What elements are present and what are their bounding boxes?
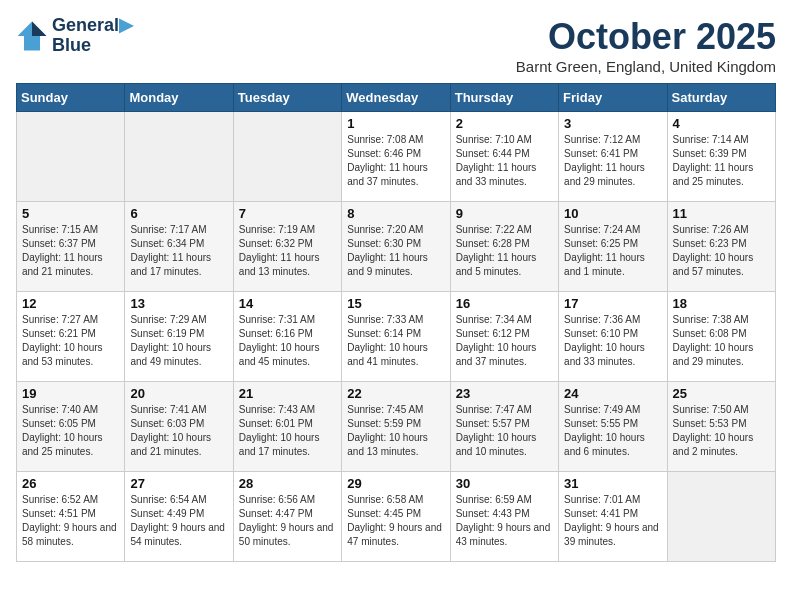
logo: General▶ Blue (16, 16, 133, 56)
day-info: Sunrise: 7:43 AM Sunset: 6:01 PM Dayligh… (239, 403, 336, 459)
calendar-cell: 10Sunrise: 7:24 AM Sunset: 6:25 PM Dayli… (559, 202, 667, 292)
day-of-week-header: Tuesday (233, 84, 341, 112)
calendar-week-row: 12Sunrise: 7:27 AM Sunset: 6:21 PM Dayli… (17, 292, 776, 382)
day-of-week-header: Friday (559, 84, 667, 112)
calendar-cell (667, 472, 775, 562)
calendar-cell: 16Sunrise: 7:34 AM Sunset: 6:12 PM Dayli… (450, 292, 558, 382)
page-header: General▶ Blue October 2025 Barnt Green, … (16, 16, 776, 75)
day-info: Sunrise: 7:33 AM Sunset: 6:14 PM Dayligh… (347, 313, 444, 369)
day-number: 19 (22, 386, 119, 401)
calendar-cell (125, 112, 233, 202)
calendar-week-row: 1Sunrise: 7:08 AM Sunset: 6:46 PM Daylig… (17, 112, 776, 202)
day-info: Sunrise: 7:29 AM Sunset: 6:19 PM Dayligh… (130, 313, 227, 369)
day-of-week-header: Monday (125, 84, 233, 112)
day-info: Sunrise: 7:31 AM Sunset: 6:16 PM Dayligh… (239, 313, 336, 369)
day-info: Sunrise: 6:58 AM Sunset: 4:45 PM Dayligh… (347, 493, 444, 549)
calendar-cell: 3Sunrise: 7:12 AM Sunset: 6:41 PM Daylig… (559, 112, 667, 202)
day-info: Sunrise: 7:38 AM Sunset: 6:08 PM Dayligh… (673, 313, 770, 369)
day-number: 31 (564, 476, 661, 491)
day-info: Sunrise: 7:27 AM Sunset: 6:21 PM Dayligh… (22, 313, 119, 369)
day-info: Sunrise: 7:15 AM Sunset: 6:37 PM Dayligh… (22, 223, 119, 279)
day-info: Sunrise: 6:59 AM Sunset: 4:43 PM Dayligh… (456, 493, 553, 549)
calendar-cell: 30Sunrise: 6:59 AM Sunset: 4:43 PM Dayli… (450, 472, 558, 562)
day-of-week-header: Thursday (450, 84, 558, 112)
calendar-cell: 29Sunrise: 6:58 AM Sunset: 4:45 PM Dayli… (342, 472, 450, 562)
day-info: Sunrise: 7:34 AM Sunset: 6:12 PM Dayligh… (456, 313, 553, 369)
day-number: 20 (130, 386, 227, 401)
day-number: 22 (347, 386, 444, 401)
day-number: 14 (239, 296, 336, 311)
calendar-cell: 1Sunrise: 7:08 AM Sunset: 6:46 PM Daylig… (342, 112, 450, 202)
day-info: Sunrise: 7:08 AM Sunset: 6:46 PM Dayligh… (347, 133, 444, 189)
calendar-cell: 27Sunrise: 6:54 AM Sunset: 4:49 PM Dayli… (125, 472, 233, 562)
day-number: 28 (239, 476, 336, 491)
day-number: 18 (673, 296, 770, 311)
location-subtitle: Barnt Green, England, United Kingdom (516, 58, 776, 75)
calendar-cell: 22Sunrise: 7:45 AM Sunset: 5:59 PM Dayli… (342, 382, 450, 472)
day-info: Sunrise: 7:50 AM Sunset: 5:53 PM Dayligh… (673, 403, 770, 459)
calendar-cell: 2Sunrise: 7:10 AM Sunset: 6:44 PM Daylig… (450, 112, 558, 202)
day-number: 10 (564, 206, 661, 221)
logo-icon (16, 20, 48, 52)
day-info: Sunrise: 6:54 AM Sunset: 4:49 PM Dayligh… (130, 493, 227, 549)
logo-text: General▶ Blue (52, 16, 133, 56)
svg-marker-1 (32, 21, 46, 35)
calendar-cell: 31Sunrise: 7:01 AM Sunset: 4:41 PM Dayli… (559, 472, 667, 562)
day-number: 23 (456, 386, 553, 401)
day-number: 9 (456, 206, 553, 221)
calendar-week-row: 5Sunrise: 7:15 AM Sunset: 6:37 PM Daylig… (17, 202, 776, 292)
day-number: 21 (239, 386, 336, 401)
day-info: Sunrise: 6:52 AM Sunset: 4:51 PM Dayligh… (22, 493, 119, 549)
calendar-cell: 7Sunrise: 7:19 AM Sunset: 6:32 PM Daylig… (233, 202, 341, 292)
calendar-cell: 26Sunrise: 6:52 AM Sunset: 4:51 PM Dayli… (17, 472, 125, 562)
calendar-cell: 19Sunrise: 7:40 AM Sunset: 6:05 PM Dayli… (17, 382, 125, 472)
calendar-cell: 20Sunrise: 7:41 AM Sunset: 6:03 PM Dayli… (125, 382, 233, 472)
day-number: 17 (564, 296, 661, 311)
calendar-cell: 15Sunrise: 7:33 AM Sunset: 6:14 PM Dayli… (342, 292, 450, 382)
day-info: Sunrise: 7:45 AM Sunset: 5:59 PM Dayligh… (347, 403, 444, 459)
calendar-cell: 11Sunrise: 7:26 AM Sunset: 6:23 PM Dayli… (667, 202, 775, 292)
day-number: 8 (347, 206, 444, 221)
day-info: Sunrise: 7:17 AM Sunset: 6:34 PM Dayligh… (130, 223, 227, 279)
calendar-cell: 6Sunrise: 7:17 AM Sunset: 6:34 PM Daylig… (125, 202, 233, 292)
calendar-cell (17, 112, 125, 202)
day-info: Sunrise: 7:47 AM Sunset: 5:57 PM Dayligh… (456, 403, 553, 459)
calendar-week-row: 26Sunrise: 6:52 AM Sunset: 4:51 PM Dayli… (17, 472, 776, 562)
day-number: 1 (347, 116, 444, 131)
day-number: 27 (130, 476, 227, 491)
calendar-cell: 28Sunrise: 6:56 AM Sunset: 4:47 PM Dayli… (233, 472, 341, 562)
calendar-cell: 14Sunrise: 7:31 AM Sunset: 6:16 PM Dayli… (233, 292, 341, 382)
day-number: 4 (673, 116, 770, 131)
calendar-cell: 4Sunrise: 7:14 AM Sunset: 6:39 PM Daylig… (667, 112, 775, 202)
day-number: 7 (239, 206, 336, 221)
day-number: 5 (22, 206, 119, 221)
day-info: Sunrise: 7:19 AM Sunset: 6:32 PM Dayligh… (239, 223, 336, 279)
calendar-cell: 21Sunrise: 7:43 AM Sunset: 6:01 PM Dayli… (233, 382, 341, 472)
calendar-cell: 17Sunrise: 7:36 AM Sunset: 6:10 PM Dayli… (559, 292, 667, 382)
day-info: Sunrise: 7:40 AM Sunset: 6:05 PM Dayligh… (22, 403, 119, 459)
day-info: Sunrise: 7:01 AM Sunset: 4:41 PM Dayligh… (564, 493, 661, 549)
day-info: Sunrise: 7:20 AM Sunset: 6:30 PM Dayligh… (347, 223, 444, 279)
day-info: Sunrise: 7:26 AM Sunset: 6:23 PM Dayligh… (673, 223, 770, 279)
month-title: October 2025 (516, 16, 776, 58)
calendar-cell: 25Sunrise: 7:50 AM Sunset: 5:53 PM Dayli… (667, 382, 775, 472)
day-of-week-header: Saturday (667, 84, 775, 112)
calendar-cell: 23Sunrise: 7:47 AM Sunset: 5:57 PM Dayli… (450, 382, 558, 472)
day-info: Sunrise: 7:14 AM Sunset: 6:39 PM Dayligh… (673, 133, 770, 189)
calendar-cell: 5Sunrise: 7:15 AM Sunset: 6:37 PM Daylig… (17, 202, 125, 292)
calendar-cell: 24Sunrise: 7:49 AM Sunset: 5:55 PM Dayli… (559, 382, 667, 472)
day-info: Sunrise: 7:24 AM Sunset: 6:25 PM Dayligh… (564, 223, 661, 279)
day-number: 11 (673, 206, 770, 221)
calendar-header-row: SundayMondayTuesdayWednesdayThursdayFrid… (17, 84, 776, 112)
day-info: Sunrise: 7:41 AM Sunset: 6:03 PM Dayligh… (130, 403, 227, 459)
day-number: 26 (22, 476, 119, 491)
day-number: 16 (456, 296, 553, 311)
calendar-cell: 8Sunrise: 7:20 AM Sunset: 6:30 PM Daylig… (342, 202, 450, 292)
day-number: 2 (456, 116, 553, 131)
title-block: October 2025 Barnt Green, England, Unite… (516, 16, 776, 75)
day-number: 12 (22, 296, 119, 311)
day-number: 6 (130, 206, 227, 221)
day-number: 24 (564, 386, 661, 401)
day-number: 15 (347, 296, 444, 311)
day-info: Sunrise: 7:22 AM Sunset: 6:28 PM Dayligh… (456, 223, 553, 279)
